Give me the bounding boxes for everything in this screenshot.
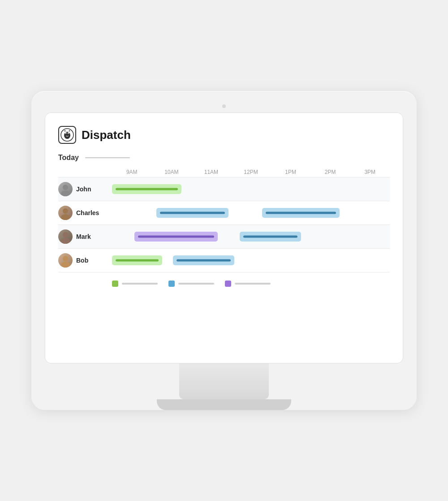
svg-point-7 bbox=[61, 190, 70, 196]
today-label: Today bbox=[58, 154, 79, 162]
time-12pm: 12PM bbox=[231, 169, 271, 175]
legend-dot-green bbox=[112, 281, 118, 287]
person-cell-john: John bbox=[58, 178, 112, 200]
gantt-bar[interactable] bbox=[156, 208, 228, 218]
app-logo bbox=[58, 126, 76, 144]
gantt-bars-bob bbox=[112, 249, 390, 272]
gantt-bars-john bbox=[112, 177, 390, 201]
svg-point-10 bbox=[63, 232, 68, 238]
time-2pm: 2PM bbox=[310, 169, 350, 175]
gantt-bar[interactable] bbox=[134, 232, 218, 242]
gantt-bar[interactable] bbox=[173, 255, 234, 265]
app-title: Dispatch bbox=[82, 128, 131, 142]
time-1pm: 1PM bbox=[271, 169, 310, 175]
gantt-bars-charles bbox=[112, 201, 390, 225]
table-row: Charles bbox=[58, 201, 390, 225]
gantt-time-header: 9AM 10AM 11AM 12PM 1PM 2PM 3PM bbox=[112, 169, 390, 175]
today-section: Today bbox=[58, 154, 390, 162]
gantt-bars-mark bbox=[112, 225, 390, 248]
legend bbox=[112, 281, 390, 287]
time-9am: 9AM bbox=[112, 169, 152, 175]
person-cell-mark: Mark bbox=[58, 226, 112, 247]
svg-point-9 bbox=[61, 214, 70, 220]
time-11am: 11AM bbox=[191, 169, 231, 175]
monitor-screen: Dispatch Today 9AM 10AM 11AM 12PM 1PM 2P… bbox=[45, 112, 403, 363]
svg-point-13 bbox=[61, 262, 70, 268]
gantt-bar[interactable] bbox=[112, 255, 162, 265]
avatar bbox=[58, 182, 73, 196]
time-10am: 10AM bbox=[152, 169, 192, 175]
gantt-bar[interactable] bbox=[262, 208, 340, 218]
table-row: Mark bbox=[58, 225, 390, 248]
legend-item-green bbox=[112, 281, 158, 287]
monitor-dot bbox=[222, 104, 226, 108]
table-row: Bob bbox=[58, 248, 390, 272]
person-name-charles: Charles bbox=[76, 209, 99, 216]
legend-line bbox=[235, 283, 271, 285]
time-3pm: 3PM bbox=[350, 169, 390, 175]
svg-point-12 bbox=[63, 256, 68, 261]
svg-point-11 bbox=[61, 238, 70, 244]
avatar bbox=[58, 206, 73, 220]
svg-point-8 bbox=[63, 208, 68, 214]
person-cell-bob: Bob bbox=[58, 250, 112, 271]
legend-dot-purple bbox=[225, 281, 231, 287]
avatar bbox=[58, 229, 73, 244]
gantt-rows: John bbox=[58, 177, 390, 272]
legend-item-blue bbox=[168, 281, 214, 287]
gantt-bar[interactable] bbox=[240, 232, 301, 242]
monitor-base bbox=[157, 399, 291, 410]
person-name-bob: Bob bbox=[76, 257, 88, 264]
legend-line bbox=[178, 283, 214, 285]
legend-item-purple bbox=[225, 281, 271, 287]
legend-line bbox=[122, 283, 158, 285]
person-name-john: John bbox=[76, 186, 91, 193]
today-line bbox=[85, 157, 130, 158]
person-name-mark: Mark bbox=[76, 233, 91, 240]
svg-point-6 bbox=[63, 185, 68, 190]
table-row: John bbox=[58, 177, 390, 201]
avatar bbox=[58, 253, 73, 268]
monitor: Dispatch Today 9AM 10AM 11AM 12PM 1PM 2P… bbox=[31, 91, 417, 410]
gantt-chart: 9AM 10AM 11AM 12PM 1PM 2PM 3PM bbox=[58, 169, 390, 272]
person-cell-charles: Charles bbox=[58, 202, 112, 224]
gantt-bar[interactable] bbox=[112, 184, 181, 194]
app-header: Dispatch bbox=[58, 126, 390, 144]
legend-dot-blue bbox=[168, 281, 175, 287]
svg-point-4 bbox=[66, 133, 67, 134]
svg-point-5 bbox=[69, 133, 69, 134]
monitor-stand bbox=[179, 363, 269, 399]
